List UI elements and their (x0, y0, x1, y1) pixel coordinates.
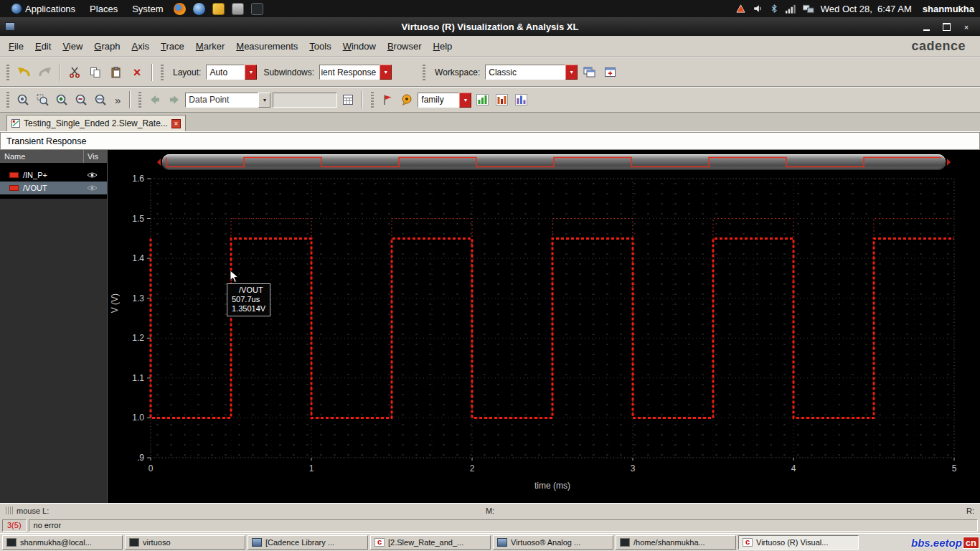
tab-testing-single-ended[interactable]: Testing_Single_Ended 2.Slew_Rate... × (6, 115, 186, 131)
user-menu[interactable]: shanmukha (923, 4, 974, 14)
menu-edit[interactable]: Edit (29, 38, 57, 55)
taskbar-button[interactable]: Virtuoso® Analog ... (493, 535, 613, 550)
datatip-trace-name: /VOUT (232, 286, 265, 295)
toolbar-grip[interactable] (161, 65, 164, 80)
zoom-region-icon[interactable] (34, 91, 51, 108)
toolbar-overflow-chevron[interactable]: » (111, 94, 124, 106)
bluetooth-icon[interactable] (770, 4, 778, 14)
menu-trace[interactable]: Trace (155, 38, 190, 55)
tab-label: Testing_Single_Ended 2.Slew_Rate... (24, 118, 168, 128)
bar-chart-green-icon[interactable] (473, 91, 491, 108)
dropdown-arrow-icon[interactable]: ▼ (258, 93, 270, 108)
vis-column-header[interactable]: Vis (84, 152, 107, 161)
status-bar: 3(5) no error (0, 517, 980, 533)
visibility-eye-icon[interactable] (87, 171, 107, 179)
label-callout-icon[interactable] (398, 91, 415, 108)
signal-row[interactable]: /IN_P+ (0, 169, 107, 182)
clock[interactable]: Wed Oct 28, 6:47 AM (821, 4, 912, 14)
menu-graph[interactable]: Graph (88, 38, 126, 55)
paste-icon[interactable] (107, 63, 126, 82)
bar-chart-purple-icon[interactable] (512, 91, 529, 108)
dropdown-arrow-icon[interactable]: ▼ (459, 93, 471, 108)
mouse-right-hint: R: (966, 507, 974, 515)
visibility-eye-icon[interactable] (87, 184, 107, 192)
tab-close-icon[interactable]: × (171, 119, 181, 128)
system-menu[interactable]: System (126, 2, 169, 16)
toolbar-grip[interactable] (6, 65, 9, 80)
taskbar-button-label: [2.Slew_Rate_and_... (388, 538, 463, 547)
datapoint-entry-field[interactable] (273, 93, 337, 108)
applications-menu[interactable]: Applications (6, 2, 81, 16)
signal-row[interactable]: /VOUT (0, 182, 107, 194)
dropdown-arrow-icon[interactable]: ▼ (380, 65, 392, 80)
mouse-mode-combobox[interactable]: Data Point ▼ (185, 93, 270, 108)
save-workspace-icon[interactable] (580, 63, 598, 82)
plot-area[interactable]: .91.01.11.21.31.41.51.6012345 V (V) time… (108, 150, 980, 503)
copy-icon[interactable] (86, 63, 105, 82)
taskbar-button[interactable]: [Cadence Library ... (248, 535, 368, 550)
signal-name: /IN_P+ (23, 171, 87, 179)
toolbar-grip[interactable] (6, 92, 9, 108)
toolbar-grip[interactable] (371, 92, 374, 108)
family-combobox[interactable]: family ▼ (418, 93, 471, 108)
taskbar-button[interactable]: [2.Slew_Rate_and_... (370, 535, 491, 550)
previous-icon[interactable] (146, 91, 164, 108)
toolbar-separator (362, 91, 363, 108)
close-button[interactable]: × (961, 22, 971, 31)
next-icon[interactable] (166, 91, 183, 108)
menu-axis[interactable]: Axis (126, 38, 155, 55)
redo-icon[interactable] (35, 63, 54, 82)
system-tray: Wed Oct 28, 6:47 AM shanmukha (735, 4, 974, 14)
menu-view[interactable]: View (57, 38, 88, 55)
menu-browser[interactable]: Browser (382, 38, 428, 55)
bar-chart-orange-icon[interactable] (493, 91, 510, 108)
subwindows-combobox[interactable]: ient Response ▼ (319, 65, 392, 80)
window-titlebar[interactable]: Virtuoso (R) Visualization & Analysis XL… (0, 17, 980, 36)
waveform-plot[interactable]: .91.01.11.21.31.41.51.6012345 (108, 150, 980, 503)
trace-vout[interactable] (151, 238, 954, 418)
volume-icon[interactable] (753, 4, 763, 14)
network-icon[interactable] (803, 4, 814, 14)
menu-measurements[interactable]: Measurements (230, 38, 303, 55)
menu-tools[interactable]: Tools (303, 38, 336, 55)
firefox-icon[interactable] (174, 3, 186, 15)
menu-help[interactable]: Help (428, 38, 458, 55)
error-count-badge[interactable]: 3(5) (2, 519, 27, 532)
menu-marker[interactable]: Marker (190, 38, 230, 55)
toolbar-grip[interactable] (423, 65, 425, 80)
places-menu[interactable]: Places (84, 2, 123, 16)
web-browser-icon[interactable] (193, 3, 205, 15)
x-axis-label: time (ms) (151, 481, 954, 491)
taskbar-button[interactable]: /home/shanmukha... (616, 535, 736, 550)
terminal-launcher-icon[interactable] (251, 3, 263, 15)
menu-window[interactable]: Window (337, 38, 382, 55)
toolbar-grip[interactable] (138, 92, 141, 108)
taskbar-button[interactable]: Virtuoso (R) Visual... (738, 535, 859, 550)
undo-icon[interactable] (14, 63, 33, 82)
zoom-out-icon[interactable] (72, 91, 90, 108)
flag-icon[interactable] (379, 91, 396, 108)
taskbar-button[interactable]: virtuoso (125, 535, 245, 550)
restore-workspace-icon[interactable] (600, 63, 619, 82)
toolbar-separator (151, 64, 153, 81)
dropdown-arrow-icon[interactable]: ▼ (245, 65, 257, 80)
workspace-combobox[interactable]: Classic ▼ (485, 65, 578, 80)
signal-panel: Name Vis /IN_P+/VOUT (0, 150, 108, 503)
minimize-button[interactable] (921, 22, 931, 31)
notes-icon[interactable] (212, 3, 225, 15)
menu-file[interactable]: File (3, 38, 29, 55)
screenshot-icon[interactable] (232, 3, 244, 15)
zoom-x-icon[interactable] (92, 91, 109, 108)
maximize-button[interactable] (941, 22, 951, 31)
delete-icon[interactable]: × (128, 63, 146, 82)
alert-icon[interactable] (735, 4, 746, 14)
zoom-fit-icon[interactable] (14, 91, 32, 108)
taskbar-button[interactable]: shanmukha@local... (2, 535, 123, 550)
dropdown-arrow-icon[interactable]: ▼ (565, 65, 578, 80)
layout-combobox[interactable]: Auto ▼ (206, 65, 257, 80)
signal-strength-icon[interactable] (785, 4, 796, 14)
name-column-header[interactable]: Name (0, 150, 84, 163)
cut-icon[interactable] (65, 63, 84, 82)
zoom-in-icon[interactable] (53, 91, 70, 108)
calculator-icon[interactable] (339, 91, 357, 108)
